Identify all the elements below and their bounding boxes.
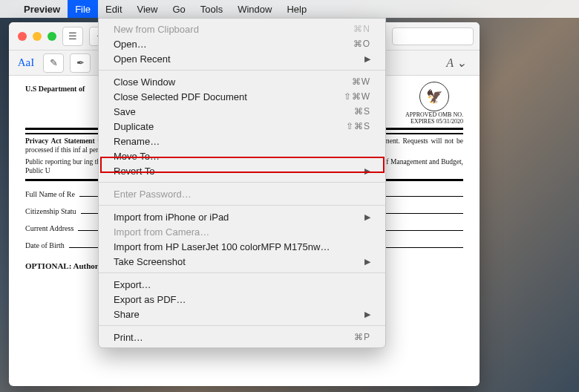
text-tool-button[interactable]: AaI — [15, 56, 37, 69]
pencil-icon: ✎ — [50, 57, 58, 68]
menu-item-shortcut: ⌘S — [354, 106, 370, 117]
field-label: Date of Birth — [25, 241, 65, 249]
menu-item-shortcut: ⇧⌘S — [346, 121, 370, 131]
menu-item-close-selected-pdf-document[interactable]: Close Selected PDF Document⇧⌘W — [99, 89, 385, 104]
menu-item-shortcut: ⌘W — [352, 76, 370, 87]
menu-item-label: Import from iPhone or iPad — [114, 212, 229, 223]
sidebar-toggle-button[interactable]: ☰ — [62, 27, 83, 46]
menu-item-label: Close Window — [114, 76, 175, 88]
submenu-arrow-icon: ▶ — [364, 257, 370, 267]
submenu-arrow-icon: ▶ — [364, 166, 370, 176]
sidebar-icon: ☰ — [68, 30, 77, 42]
menu-item-label: Rename… — [114, 136, 160, 147]
close-window-button[interactable] — [18, 32, 27, 41]
menu-item-import-from-camera: Import from Camera… — [99, 224, 385, 239]
font-style-label: A — [446, 56, 454, 70]
menu-item-rename[interactable]: Rename… — [99, 134, 385, 148]
annotate-button[interactable]: ✎ — [43, 53, 64, 73]
menu-item-export[interactable]: Export… — [99, 277, 385, 292]
omb-line1: APPROVED OMB NO. — [405, 111, 463, 118]
menu-help[interactable]: Help — [279, 0, 314, 18]
signature-icon: ✒ — [76, 57, 85, 68]
menu-item-label: Import from Camera… — [114, 226, 209, 238]
file-menu-dropdown: New from Clipboard⌘NOpen…⌘OOpen Recent▶C… — [98, 18, 386, 348]
menu-item-open[interactable]: Open…⌘O — [99, 36, 385, 51]
menu-item-label: Open… — [114, 39, 147, 50]
privacy-lead: Privacy Act Statement — [25, 137, 95, 145]
menu-item-take-screenshot[interactable]: Take Screenshot▶ — [99, 254, 385, 269]
menu-item-new-from-clipboard: New from Clipboard⌘N — [99, 22, 385, 36]
menu-item-shortcut: ⇧⌘W — [344, 91, 370, 102]
menu-item-move-to[interactable]: Move To… — [99, 148, 385, 163]
submenu-arrow-icon: ▶ — [364, 54, 370, 64]
omb-approval: APPROVED OMB NO. EXPIRES 05/31/2020 — [405, 111, 463, 125]
zoom-window-button[interactable] — [48, 32, 56, 41]
menu-item-label: Open Recent — [114, 53, 171, 65]
menu-item-label: New from Clipboard — [114, 24, 199, 35]
field-label: Full Name of Re — [25, 190, 75, 198]
menu-go[interactable]: Go — [165, 0, 192, 18]
menu-item-shortcut: ⌘P — [354, 332, 370, 342]
menu-item-label: Save — [114, 106, 136, 117]
menu-window[interactable]: Window — [230, 0, 279, 18]
menu-item-label: Share — [114, 309, 140, 320]
search-field[interactable] — [392, 27, 474, 45]
sign-button[interactable]: ✒ — [70, 53, 91, 73]
field-label: Citizenship Statu — [25, 207, 76, 215]
app-name[interactable]: Preview — [16, 4, 68, 15]
menu-separator — [99, 325, 385, 326]
menu-item-shortcut: ⌘O — [353, 39, 370, 49]
menu-item-label: Import from HP LaserJet 100 colorMFP M17… — [114, 241, 330, 252]
menu-edit[interactable]: Edit — [98, 0, 129, 18]
menu-item-shortcut: ⌘N — [353, 24, 370, 34]
field-label: Current Address — [25, 224, 73, 232]
menu-separator — [99, 272, 385, 273]
menu-item-share[interactable]: Share▶ — [99, 307, 385, 321]
menu-item-label: Revert To — [114, 166, 154, 177]
menu-item-label: Export… — [114, 279, 151, 290]
menu-separator — [99, 205, 385, 206]
menu-item-revert-to[interactable]: Revert To▶ — [99, 163, 385, 178]
department-seal-icon: 🦅 — [419, 82, 449, 111]
menu-view[interactable]: View — [130, 0, 166, 18]
minimize-window-button[interactable] — [33, 32, 42, 41]
font-style-picker[interactable]: A ⌄ — [446, 56, 474, 70]
menu-separator — [99, 70, 385, 71]
menu-item-label: Move To… — [114, 151, 160, 162]
menu-item-duplicate[interactable]: Duplicate⇧⌘S — [99, 119, 385, 134]
submenu-arrow-icon: ▶ — [364, 310, 370, 319]
menubar: Preview File Edit View Go Tools Window H… — [0, 0, 579, 18]
menu-tools[interactable]: Tools — [193, 0, 230, 18]
menu-item-close-window[interactable]: Close Window⌘W — [99, 74, 385, 89]
menu-item-label: Enter Password… — [114, 189, 192, 200]
menu-item-print[interactable]: Print…⌘P — [99, 330, 385, 344]
menu-item-label: Export as PDF… — [114, 294, 186, 305]
submenu-arrow-icon: ▶ — [364, 212, 370, 222]
menu-item-label: Print… — [114, 332, 143, 343]
menu-item-import-from-hp-laserjet-100-colormfp-m175nw[interactable]: Import from HP LaserJet 100 colorMFP M17… — [99, 239, 385, 254]
window-controls — [15, 32, 56, 41]
menu-item-open-recent[interactable]: Open Recent▶ — [99, 51, 385, 66]
menu-item-save[interactable]: Save⌘S — [99, 104, 385, 119]
menu-item-import-from-iphone-or-ipad[interactable]: Import from iPhone or iPad▶ — [99, 209, 385, 224]
menu-item-label: Take Screenshot — [114, 256, 186, 267]
menu-item-label: Duplicate — [114, 121, 154, 132]
menu-item-enter-password: Enter Password… — [99, 186, 385, 201]
omb-line2: EXPIRES 05/31/2020 — [405, 118, 463, 125]
menu-file[interactable]: File — [68, 0, 98, 18]
menu-item-label: Close Selected PDF Document — [114, 91, 247, 102]
menu-item-export-as-pdf[interactable]: Export as PDF… — [99, 292, 385, 307]
menu-separator — [99, 182, 385, 183]
chevron-down-icon: ⌄ — [457, 56, 466, 70]
